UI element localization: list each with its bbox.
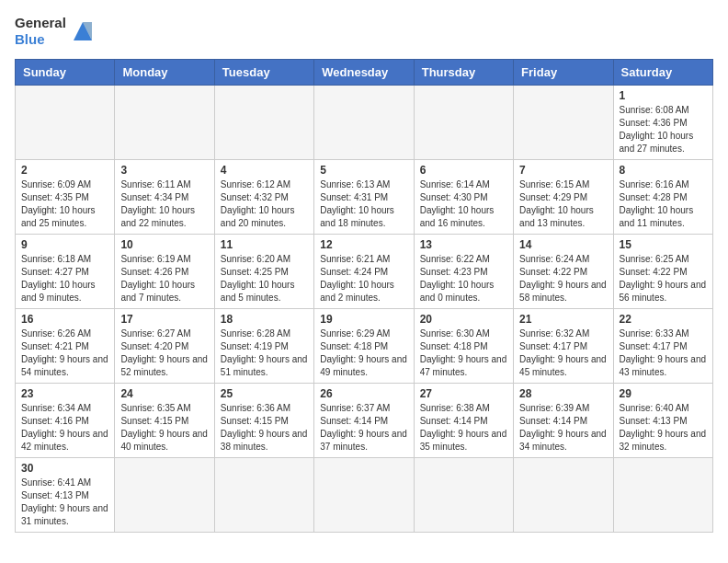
day-info: Sunrise: 6:12 AM Sunset: 4:32 PM Dayligh… — [221, 178, 308, 230]
calendar-cell — [414, 458, 513, 533]
calendar-cell: 28Sunrise: 6:39 AM Sunset: 4:14 PM Dayli… — [514, 384, 613, 458]
day-info: Sunrise: 6:14 AM Sunset: 4:30 PM Dayligh… — [420, 178, 507, 230]
calendar-cell: 29Sunrise: 6:40 AM Sunset: 4:13 PM Dayli… — [613, 384, 712, 458]
calendar-cell: 30Sunrise: 6:41 AM Sunset: 4:13 PM Dayli… — [16, 458, 115, 533]
weekday-header-thursday: Thursday — [414, 60, 513, 86]
week-row-4: 23Sunrise: 6:34 AM Sunset: 4:16 PM Dayli… — [16, 384, 713, 458]
day-number: 14 — [519, 238, 607, 251]
calendar-cell — [514, 86, 613, 160]
calendar-cell: 20Sunrise: 6:30 AM Sunset: 4:18 PM Dayli… — [414, 309, 513, 384]
calendar-cell: 23Sunrise: 6:34 AM Sunset: 4:16 PM Dayli… — [16, 384, 115, 458]
day-number: 26 — [320, 387, 407, 400]
calendar-table: SundayMondayTuesdayWednesdayThursdayFrid… — [15, 59, 713, 533]
day-number: 25 — [221, 387, 308, 400]
calendar-cell: 1Sunrise: 6:08 AM Sunset: 4:36 PM Daylig… — [613, 86, 712, 160]
day-info: Sunrise: 6:35 AM Sunset: 4:15 PM Dayligh… — [120, 402, 208, 454]
day-info: Sunrise: 6:33 AM Sunset: 4:17 PM Dayligh… — [620, 327, 707, 379]
day-info: Sunrise: 6:30 AM Sunset: 4:18 PM Dayligh… — [420, 327, 507, 379]
weekday-header-sunday: Sunday — [16, 60, 115, 86]
day-info: Sunrise: 6:11 AM Sunset: 4:34 PM Dayligh… — [120, 178, 208, 230]
calendar-cell — [514, 458, 613, 533]
day-number: 30 — [21, 462, 108, 475]
calendar-cell: 16Sunrise: 6:26 AM Sunset: 4:21 PM Dayli… — [16, 309, 115, 384]
day-info: Sunrise: 6:41 AM Sunset: 4:13 PM Dayligh… — [21, 477, 108, 528]
day-info: Sunrise: 6:24 AM Sunset: 4:22 PM Dayligh… — [519, 253, 607, 304]
calendar-cell — [214, 86, 313, 160]
weekday-header-wednesday: Wednesday — [314, 60, 414, 86]
day-info: Sunrise: 6:21 AM Sunset: 4:24 PM Dayligh… — [320, 253, 407, 304]
day-info: Sunrise: 6:36 AM Sunset: 4:15 PM Dayligh… — [221, 402, 308, 454]
week-row-5: 30Sunrise: 6:41 AM Sunset: 4:13 PM Dayli… — [16, 458, 713, 533]
calendar-cell: 17Sunrise: 6:27 AM Sunset: 4:20 PM Dayli… — [115, 309, 214, 384]
calendar-cell: 3Sunrise: 6:11 AM Sunset: 4:34 PM Daylig… — [115, 160, 214, 235]
day-number: 28 — [519, 387, 607, 400]
day-info: Sunrise: 6:40 AM Sunset: 4:13 PM Dayligh… — [620, 402, 707, 454]
weekday-header-tuesday: Tuesday — [214, 60, 313, 86]
calendar-cell — [314, 86, 414, 160]
week-row-2: 9Sunrise: 6:18 AM Sunset: 4:27 PM Daylig… — [16, 235, 713, 309]
calendar-cell: 6Sunrise: 6:14 AM Sunset: 4:30 PM Daylig… — [414, 160, 513, 235]
day-info: Sunrise: 6:18 AM Sunset: 4:27 PM Dayligh… — [21, 253, 108, 304]
day-number: 23 — [21, 387, 108, 400]
day-info: Sunrise: 6:13 AM Sunset: 4:31 PM Dayligh… — [320, 178, 407, 230]
page-container: General Blue SundayMondayTuesdayWednesda… — [15, 15, 713, 533]
calendar-cell — [115, 458, 214, 533]
weekday-header-friday: Friday — [514, 60, 613, 86]
day-info: Sunrise: 6:25 AM Sunset: 4:22 PM Dayligh… — [620, 253, 707, 304]
calendar-cell: 4Sunrise: 6:12 AM Sunset: 4:32 PM Daylig… — [214, 160, 313, 235]
logo: General Blue — [15, 15, 96, 48]
day-number: 2 — [21, 164, 108, 177]
day-number: 11 — [221, 238, 308, 251]
calendar-cell: 2Sunrise: 6:09 AM Sunset: 4:35 PM Daylig… — [16, 160, 115, 235]
day-number: 10 — [120, 238, 208, 251]
day-number: 18 — [221, 313, 308, 326]
calendar-cell: 13Sunrise: 6:22 AM Sunset: 4:23 PM Dayli… — [414, 235, 513, 309]
calendar-cell: 15Sunrise: 6:25 AM Sunset: 4:22 PM Dayli… — [613, 235, 712, 309]
day-number: 12 — [320, 238, 407, 251]
day-number: 3 — [120, 164, 208, 177]
day-info: Sunrise: 6:22 AM Sunset: 4:23 PM Dayligh… — [420, 253, 507, 304]
calendar-cell: 11Sunrise: 6:20 AM Sunset: 4:25 PM Dayli… — [214, 235, 313, 309]
day-info: Sunrise: 6:38 AM Sunset: 4:14 PM Dayligh… — [420, 402, 507, 454]
day-number: 7 — [519, 164, 607, 177]
calendar-cell: 26Sunrise: 6:37 AM Sunset: 4:14 PM Dayli… — [314, 384, 414, 458]
weekday-header-monday: Monday — [115, 60, 214, 86]
calendar-cell — [16, 86, 115, 160]
day-info: Sunrise: 6:29 AM Sunset: 4:18 PM Dayligh… — [320, 327, 407, 379]
day-number: 4 — [221, 164, 308, 177]
calendar-cell — [115, 86, 214, 160]
day-info: Sunrise: 6:20 AM Sunset: 4:25 PM Dayligh… — [221, 253, 308, 304]
weekday-header-row: SundayMondayTuesdayWednesdayThursdayFrid… — [16, 60, 713, 86]
day-info: Sunrise: 6:32 AM Sunset: 4:17 PM Dayligh… — [519, 327, 607, 379]
calendar-cell: 24Sunrise: 6:35 AM Sunset: 4:15 PM Dayli… — [115, 384, 214, 458]
day-number: 8 — [620, 164, 707, 177]
calendar-cell: 18Sunrise: 6:28 AM Sunset: 4:19 PM Dayli… — [214, 309, 313, 384]
day-info: Sunrise: 6:08 AM Sunset: 4:36 PM Dayligh… — [620, 104, 707, 155]
day-info: Sunrise: 6:19 AM Sunset: 4:26 PM Dayligh… — [120, 253, 208, 304]
day-number: 1 — [620, 89, 707, 102]
day-info: Sunrise: 6:16 AM Sunset: 4:28 PM Dayligh… — [620, 178, 707, 230]
week-row-3: 16Sunrise: 6:26 AM Sunset: 4:21 PM Dayli… — [16, 309, 713, 384]
calendar-cell: 7Sunrise: 6:15 AM Sunset: 4:29 PM Daylig… — [514, 160, 613, 235]
day-number: 5 — [320, 164, 407, 177]
calendar-cell: 10Sunrise: 6:19 AM Sunset: 4:26 PM Dayli… — [115, 235, 214, 309]
calendar-cell: 21Sunrise: 6:32 AM Sunset: 4:17 PM Dayli… — [514, 309, 613, 384]
day-info: Sunrise: 6:28 AM Sunset: 4:19 PM Dayligh… — [221, 327, 308, 379]
day-number: 29 — [620, 387, 707, 400]
calendar-cell: 8Sunrise: 6:16 AM Sunset: 4:28 PM Daylig… — [613, 160, 712, 235]
calendar-cell: 9Sunrise: 6:18 AM Sunset: 4:27 PM Daylig… — [16, 235, 115, 309]
day-number: 27 — [420, 387, 507, 400]
weekday-header-saturday: Saturday — [613, 60, 712, 86]
day-info: Sunrise: 6:15 AM Sunset: 4:29 PM Dayligh… — [519, 178, 607, 230]
day-number: 6 — [420, 164, 507, 177]
day-number: 9 — [21, 238, 108, 251]
day-number: 16 — [21, 313, 108, 326]
week-row-0: 1Sunrise: 6:08 AM Sunset: 4:36 PM Daylig… — [16, 86, 713, 160]
calendar-cell: 14Sunrise: 6:24 AM Sunset: 4:22 PM Dayli… — [514, 235, 613, 309]
calendar-cell — [314, 458, 414, 533]
day-info: Sunrise: 6:26 AM Sunset: 4:21 PM Dayligh… — [21, 327, 108, 379]
calendar-cell — [414, 86, 513, 160]
calendar-cell — [214, 458, 313, 533]
day-number: 21 — [519, 313, 607, 326]
calendar-cell: 22Sunrise: 6:33 AM Sunset: 4:17 PM Dayli… — [613, 309, 712, 384]
